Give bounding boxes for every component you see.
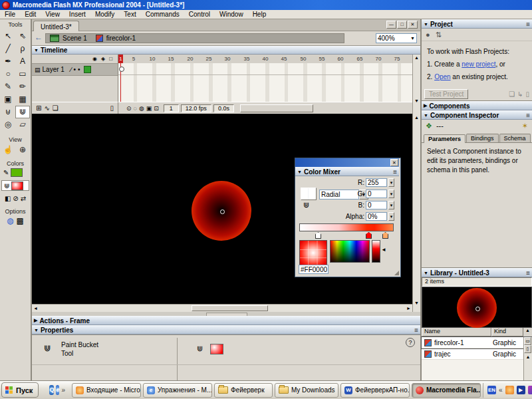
- brightness-slider-arrow-icon[interactable]: ◄: [381, 247, 386, 253]
- lasso-tool-icon[interactable]: ρ: [15, 43, 30, 55]
- tray-player-icon[interactable]: ▶: [517, 386, 525, 394]
- ink-bottle-tool-icon[interactable]: ⊎: [1, 106, 15, 118]
- zoom-dropdown-icon[interactable]: ▼: [410, 36, 415, 41]
- taskbar-task-exercises[interactable]: e Упражнения - M...: [143, 383, 212, 398]
- taskbar-task-word-doc[interactable]: W ФейерверкАП-но...: [340, 383, 410, 398]
- tray-utility-icon[interactable]: [528, 386, 532, 394]
- timeline-hscroll-thumb[interactable]: [240, 104, 313, 112]
- menu-view[interactable]: View: [41, 11, 65, 18]
- gradient-stop-orange[interactable]: [382, 232, 388, 239]
- fill-color-control[interactable]: ⋓: [1, 180, 29, 191]
- layer-outline-color[interactable]: [84, 66, 91, 73]
- fill-transform-tool-icon[interactable]: ▦: [15, 93, 30, 106]
- language-indicator[interactable]: EN: [487, 386, 496, 394]
- tab-bindings[interactable]: Bindings: [466, 134, 499, 142]
- restore-button[interactable]: □: [397, 21, 407, 29]
- layer-frames-row[interactable]: [118, 63, 412, 75]
- minimize-button[interactable]: —: [386, 21, 396, 29]
- red-spinner-icon[interactable]: ▼: [388, 178, 394, 187]
- layer-visible-dot-icon[interactable]: •: [74, 66, 76, 73]
- library-panel-header[interactable]: ▼ Library - Untitled-3 ≡: [422, 268, 532, 277]
- color-mixer-header[interactable]: ▼ Color Mixer ≡: [295, 167, 399, 176]
- swap-colors-icon[interactable]: ⇄: [21, 195, 26, 202]
- library-item-row[interactable]: firecolor-1 Graphic: [422, 337, 532, 348]
- library-narrow-state-icon[interactable]: ▯: [524, 345, 531, 353]
- new-project-link[interactable]: new project: [462, 61, 495, 68]
- oval-tool-icon[interactable]: ○: [1, 68, 15, 80]
- menu-insert[interactable]: Insert: [65, 11, 90, 18]
- playhead[interactable]: 1: [118, 55, 123, 63]
- brightness-slider[interactable]: [372, 240, 380, 263]
- gap-size-option-icon[interactable]: ◍: [7, 216, 13, 225]
- start-button[interactable]: Пуск: [1, 382, 39, 398]
- timeline-ruler[interactable]: 5 10 15 20 25 30 35 40 45 50 55 60 65 70…: [118, 55, 412, 64]
- menu-modify[interactable]: Modify: [90, 11, 119, 18]
- components-disclosure-icon[interactable]: ▶: [424, 103, 427, 108]
- rectangle-tool-icon[interactable]: ▭: [15, 68, 30, 80]
- gradient-stop-white[interactable]: [315, 232, 321, 239]
- test-project-button[interactable]: Test Project: [424, 89, 468, 99]
- center-frame-icon[interactable]: ⊙: [126, 105, 132, 112]
- library-options-menu-icon[interactable]: ≡: [526, 269, 530, 277]
- scroll-left-icon[interactable]: ◄: [33, 306, 38, 311]
- color-mixer-titlebar[interactable]: ✕: [295, 158, 399, 167]
- pencil-tool-icon[interactable]: ✎: [1, 80, 15, 93]
- blue-spinner-icon[interactable]: ▼: [388, 201, 394, 209]
- quicklaunch-overflow-icon[interactable]: »: [61, 386, 65, 394]
- no-color-icon[interactable]: ⊘: [13, 195, 18, 202]
- edit-multiple-frames-icon[interactable]: ▣: [146, 105, 152, 112]
- lock-fill-option-icon[interactable]: ▩: [17, 216, 24, 225]
- color-mixer-options-icon[interactable]: ≡: [393, 168, 397, 176]
- hex-color-field[interactable]: #FF0000: [299, 265, 329, 274]
- timeline-disclosure-icon[interactable]: ▼: [34, 48, 39, 53]
- menu-file[interactable]: File: [0, 11, 20, 18]
- library-column-kind[interactable]: Kind: [491, 328, 523, 336]
- project-options-menu-icon[interactable]: ≡: [526, 21, 530, 28]
- fill-style-button[interactable]: [301, 188, 317, 200]
- breadcrumb-symbol[interactable]: firecolor-1: [106, 35, 136, 42]
- tray-mail-icon[interactable]: [505, 386, 514, 394]
- quicklaunch-ie-icon[interactable]: e: [56, 385, 59, 395]
- modify-onion-markers-icon[interactable]: ⊡: [154, 105, 159, 112]
- scroll-right-icon[interactable]: ►: [406, 306, 411, 311]
- project-blob-icon[interactable]: ●: [426, 31, 430, 39]
- black-white-colors-icon[interactable]: ◧: [5, 195, 11, 202]
- library-item-row[interactable]: trajec Graphic: [422, 348, 532, 360]
- properties-options-menu-icon[interactable]: ≡: [414, 327, 418, 334]
- empty-keyframe-marker[interactable]: [119, 66, 124, 72]
- eraser-tool-icon[interactable]: ▱: [15, 118, 30, 131]
- component-inspector-header[interactable]: ▼ Component Inspector ≡: [422, 110, 532, 120]
- panel-resize-handle[interactable]: [394, 271, 399, 275]
- add-motion-guide-icon[interactable]: ∿: [44, 104, 49, 112]
- properties-fill-color-swatch[interactable]: [210, 344, 223, 354]
- taskbar-task-firework-folder[interactable]: Фейерверк: [214, 383, 273, 398]
- free-transform-tool-icon[interactable]: ▣: [1, 93, 15, 106]
- stage-hscroll-thumb[interactable]: [192, 305, 268, 311]
- onion-skin-outlines-icon[interactable]: ◍: [139, 105, 144, 112]
- project-trash-icon[interactable]: ▯: [525, 90, 529, 98]
- quicklaunch-q-icon[interactable]: Q: [49, 385, 54, 395]
- gradient-definition-bar[interactable]: [299, 223, 394, 231]
- timeline-panel-header[interactable]: ▼ Timeline: [32, 46, 420, 55]
- selection-tool-icon[interactable]: ↖: [1, 30, 15, 43]
- scroll-down-icon[interactable]: ▼: [413, 98, 420, 103]
- timeline-vscrollbar[interactable]: ▲ ▼: [412, 55, 420, 114]
- project-panel-header[interactable]: ▼ Project ≡: [422, 19, 532, 29]
- pen-tool-icon[interactable]: ✒: [1, 55, 15, 68]
- library-column-name[interactable]: Name: [422, 328, 491, 336]
- tray-chevron-icon[interactable]: «: [499, 386, 503, 394]
- menu-commands[interactable]: Commands: [141, 11, 184, 18]
- line-tool-icon[interactable]: ╱: [1, 43, 15, 55]
- green-value-field[interactable]: 0: [366, 190, 387, 198]
- color-spectrum-picker[interactable]: [330, 240, 370, 263]
- scroll-up-icon[interactable]: ▲: [413, 55, 420, 60]
- actions-panel-header[interactable]: ▶ Actions - Frame: [32, 316, 420, 325]
- color-mixer-disclosure-icon[interactable]: ▼: [297, 170, 302, 174]
- project-sort-icon[interactable]: ⇅: [436, 31, 442, 39]
- stroke-color-swatch[interactable]: [11, 168, 23, 177]
- layer-row[interactable]: ▤ Layer 1 ∕ • •: [32, 64, 118, 76]
- taskbar-task-mail[interactable]: Входящие - Micro...: [72, 383, 141, 398]
- inspect-magnifier-icon[interactable]: ✶: [522, 122, 528, 130]
- timeline-frames-area[interactable]: [118, 63, 412, 102]
- back-arrow-icon[interactable]: ←: [35, 33, 43, 42]
